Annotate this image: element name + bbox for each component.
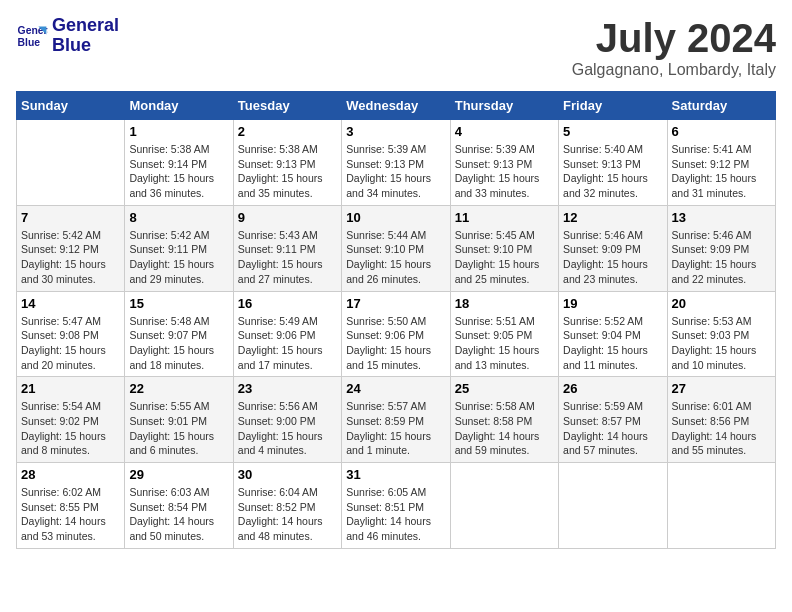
cell-info: Sunrise: 5:48 AMSunset: 9:07 PMDaylight:… bbox=[129, 314, 228, 373]
cell-info: Sunrise: 5:52 AMSunset: 9:04 PMDaylight:… bbox=[563, 314, 662, 373]
cell-info: Sunrise: 5:39 AMSunset: 9:13 PMDaylight:… bbox=[346, 142, 445, 201]
cell-info: Sunrise: 5:39 AMSunset: 9:13 PMDaylight:… bbox=[455, 142, 554, 201]
cell-info: Sunrise: 5:53 AMSunset: 9:03 PMDaylight:… bbox=[672, 314, 771, 373]
page-header: General Blue General Blue July 2024 Galg… bbox=[16, 16, 776, 79]
calendar-cell: 13Sunrise: 5:46 AMSunset: 9:09 PMDayligh… bbox=[667, 205, 775, 291]
cell-info: Sunrise: 5:43 AMSunset: 9:11 PMDaylight:… bbox=[238, 228, 337, 287]
cell-info: Sunrise: 5:56 AMSunset: 9:00 PMDaylight:… bbox=[238, 399, 337, 458]
cell-info: Sunrise: 5:51 AMSunset: 9:05 PMDaylight:… bbox=[455, 314, 554, 373]
calendar-cell: 26Sunrise: 5:59 AMSunset: 8:57 PMDayligh… bbox=[559, 377, 667, 463]
calendar-cell: 14Sunrise: 5:47 AMSunset: 9:08 PMDayligh… bbox=[17, 291, 125, 377]
calendar-cell: 29Sunrise: 6:03 AMSunset: 8:54 PMDayligh… bbox=[125, 463, 233, 549]
day-number: 1 bbox=[129, 124, 228, 139]
calendar-cell: 15Sunrise: 5:48 AMSunset: 9:07 PMDayligh… bbox=[125, 291, 233, 377]
calendar-cell: 31Sunrise: 6:05 AMSunset: 8:51 PMDayligh… bbox=[342, 463, 450, 549]
day-number: 6 bbox=[672, 124, 771, 139]
calendar-cell: 18Sunrise: 5:51 AMSunset: 9:05 PMDayligh… bbox=[450, 291, 558, 377]
calendar-cell: 9Sunrise: 5:43 AMSunset: 9:11 PMDaylight… bbox=[233, 205, 341, 291]
day-number: 14 bbox=[21, 296, 120, 311]
calendar-cell: 19Sunrise: 5:52 AMSunset: 9:04 PMDayligh… bbox=[559, 291, 667, 377]
day-number: 13 bbox=[672, 210, 771, 225]
cell-info: Sunrise: 5:42 AMSunset: 9:11 PMDaylight:… bbox=[129, 228, 228, 287]
week-row-1: 1Sunrise: 5:38 AMSunset: 9:14 PMDaylight… bbox=[17, 120, 776, 206]
day-number: 26 bbox=[563, 381, 662, 396]
calendar-cell bbox=[559, 463, 667, 549]
cell-info: Sunrise: 5:46 AMSunset: 9:09 PMDaylight:… bbox=[672, 228, 771, 287]
week-row-5: 28Sunrise: 6:02 AMSunset: 8:55 PMDayligh… bbox=[17, 463, 776, 549]
day-number: 24 bbox=[346, 381, 445, 396]
day-number: 7 bbox=[21, 210, 120, 225]
cell-info: Sunrise: 5:38 AMSunset: 9:14 PMDaylight:… bbox=[129, 142, 228, 201]
cell-info: Sunrise: 6:04 AMSunset: 8:52 PMDaylight:… bbox=[238, 485, 337, 544]
day-number: 29 bbox=[129, 467, 228, 482]
cell-info: Sunrise: 5:38 AMSunset: 9:13 PMDaylight:… bbox=[238, 142, 337, 201]
cell-info: Sunrise: 5:46 AMSunset: 9:09 PMDaylight:… bbox=[563, 228, 662, 287]
cell-info: Sunrise: 5:57 AMSunset: 8:59 PMDaylight:… bbox=[346, 399, 445, 458]
calendar-body: 1Sunrise: 5:38 AMSunset: 9:14 PMDaylight… bbox=[17, 120, 776, 549]
calendar-cell bbox=[17, 120, 125, 206]
header-row: SundayMondayTuesdayWednesdayThursdayFrid… bbox=[17, 92, 776, 120]
calendar-cell: 2Sunrise: 5:38 AMSunset: 9:13 PMDaylight… bbox=[233, 120, 341, 206]
cell-info: Sunrise: 6:05 AMSunset: 8:51 PMDaylight:… bbox=[346, 485, 445, 544]
calendar-cell: 22Sunrise: 5:55 AMSunset: 9:01 PMDayligh… bbox=[125, 377, 233, 463]
day-number: 15 bbox=[129, 296, 228, 311]
day-number: 31 bbox=[346, 467, 445, 482]
calendar-cell: 5Sunrise: 5:40 AMSunset: 9:13 PMDaylight… bbox=[559, 120, 667, 206]
cell-info: Sunrise: 6:02 AMSunset: 8:55 PMDaylight:… bbox=[21, 485, 120, 544]
day-number: 30 bbox=[238, 467, 337, 482]
cell-info: Sunrise: 5:40 AMSunset: 9:13 PMDaylight:… bbox=[563, 142, 662, 201]
calendar-cell bbox=[450, 463, 558, 549]
cell-info: Sunrise: 5:44 AMSunset: 9:10 PMDaylight:… bbox=[346, 228, 445, 287]
day-number: 16 bbox=[238, 296, 337, 311]
location-title: Galgagnano, Lombardy, Italy bbox=[572, 61, 776, 79]
day-number: 22 bbox=[129, 381, 228, 396]
day-number: 3 bbox=[346, 124, 445, 139]
day-number: 17 bbox=[346, 296, 445, 311]
calendar-cell: 4Sunrise: 5:39 AMSunset: 9:13 PMDaylight… bbox=[450, 120, 558, 206]
day-number: 21 bbox=[21, 381, 120, 396]
week-row-4: 21Sunrise: 5:54 AMSunset: 9:02 PMDayligh… bbox=[17, 377, 776, 463]
week-row-2: 7Sunrise: 5:42 AMSunset: 9:12 PMDaylight… bbox=[17, 205, 776, 291]
calendar-cell: 20Sunrise: 5:53 AMSunset: 9:03 PMDayligh… bbox=[667, 291, 775, 377]
calendar-cell: 24Sunrise: 5:57 AMSunset: 8:59 PMDayligh… bbox=[342, 377, 450, 463]
cell-info: Sunrise: 5:50 AMSunset: 9:06 PMDaylight:… bbox=[346, 314, 445, 373]
calendar-cell: 17Sunrise: 5:50 AMSunset: 9:06 PMDayligh… bbox=[342, 291, 450, 377]
cell-info: Sunrise: 6:03 AMSunset: 8:54 PMDaylight:… bbox=[129, 485, 228, 544]
day-number: 9 bbox=[238, 210, 337, 225]
day-number: 18 bbox=[455, 296, 554, 311]
logo-text-line1: General bbox=[52, 16, 119, 36]
cell-info: Sunrise: 5:54 AMSunset: 9:02 PMDaylight:… bbox=[21, 399, 120, 458]
day-number: 8 bbox=[129, 210, 228, 225]
week-row-3: 14Sunrise: 5:47 AMSunset: 9:08 PMDayligh… bbox=[17, 291, 776, 377]
calendar-table: SundayMondayTuesdayWednesdayThursdayFrid… bbox=[16, 91, 776, 549]
svg-text:Blue: Blue bbox=[18, 36, 41, 47]
cell-info: Sunrise: 5:45 AMSunset: 9:10 PMDaylight:… bbox=[455, 228, 554, 287]
calendar-cell: 28Sunrise: 6:02 AMSunset: 8:55 PMDayligh… bbox=[17, 463, 125, 549]
header-day-friday: Friday bbox=[559, 92, 667, 120]
calendar-cell: 1Sunrise: 5:38 AMSunset: 9:14 PMDaylight… bbox=[125, 120, 233, 206]
cell-info: Sunrise: 5:58 AMSunset: 8:58 PMDaylight:… bbox=[455, 399, 554, 458]
cell-info: Sunrise: 5:59 AMSunset: 8:57 PMDaylight:… bbox=[563, 399, 662, 458]
header-day-tuesday: Tuesday bbox=[233, 92, 341, 120]
cell-info: Sunrise: 6:01 AMSunset: 8:56 PMDaylight:… bbox=[672, 399, 771, 458]
month-title: July 2024 bbox=[572, 16, 776, 61]
title-area: July 2024 Galgagnano, Lombardy, Italy bbox=[572, 16, 776, 79]
day-number: 28 bbox=[21, 467, 120, 482]
calendar-cell: 7Sunrise: 5:42 AMSunset: 9:12 PMDaylight… bbox=[17, 205, 125, 291]
calendar-cell: 10Sunrise: 5:44 AMSunset: 9:10 PMDayligh… bbox=[342, 205, 450, 291]
cell-info: Sunrise: 5:55 AMSunset: 9:01 PMDaylight:… bbox=[129, 399, 228, 458]
logo: General Blue General Blue bbox=[16, 16, 119, 56]
calendar-cell: 30Sunrise: 6:04 AMSunset: 8:52 PMDayligh… bbox=[233, 463, 341, 549]
calendar-cell: 11Sunrise: 5:45 AMSunset: 9:10 PMDayligh… bbox=[450, 205, 558, 291]
calendar-cell: 25Sunrise: 5:58 AMSunset: 8:58 PMDayligh… bbox=[450, 377, 558, 463]
day-number: 4 bbox=[455, 124, 554, 139]
cell-info: Sunrise: 5:42 AMSunset: 9:12 PMDaylight:… bbox=[21, 228, 120, 287]
day-number: 10 bbox=[346, 210, 445, 225]
calendar-cell: 27Sunrise: 6:01 AMSunset: 8:56 PMDayligh… bbox=[667, 377, 775, 463]
cell-info: Sunrise: 5:47 AMSunset: 9:08 PMDaylight:… bbox=[21, 314, 120, 373]
calendar-cell: 12Sunrise: 5:46 AMSunset: 9:09 PMDayligh… bbox=[559, 205, 667, 291]
logo-text-line2: Blue bbox=[52, 36, 119, 56]
calendar-cell: 3Sunrise: 5:39 AMSunset: 9:13 PMDaylight… bbox=[342, 120, 450, 206]
logo-icon: General Blue bbox=[16, 20, 48, 52]
day-number: 5 bbox=[563, 124, 662, 139]
